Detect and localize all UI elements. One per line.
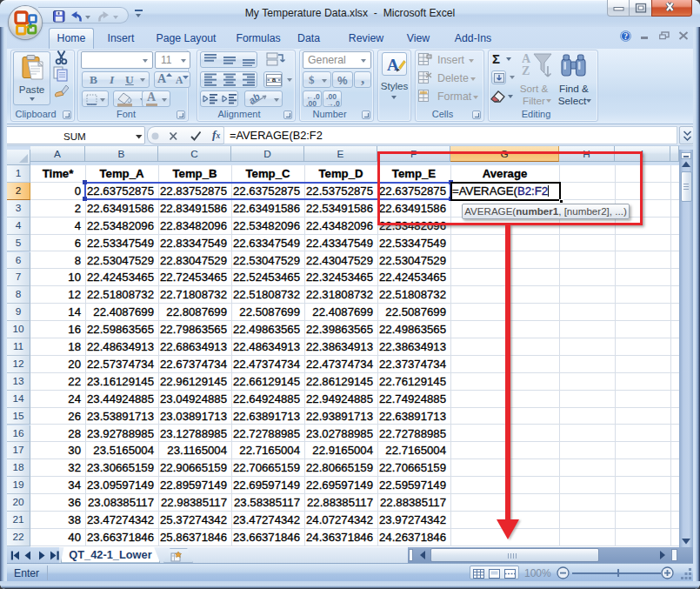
svg-text:Z: Z [522,64,530,77]
svg-text:a: a [272,76,277,84]
svg-text:A: A [522,52,531,65]
svg-text:?: ? [623,32,628,41]
